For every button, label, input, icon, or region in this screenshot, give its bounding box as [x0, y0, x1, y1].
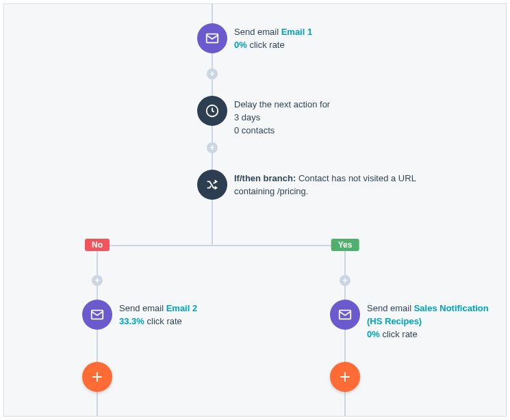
delay-line2: 3 days [234, 111, 330, 124]
add-action-button[interactable]: + [82, 362, 112, 392]
stat-label: click rate [247, 40, 285, 50]
delay-line3: 0 contacts [234, 124, 330, 137]
branch-badge-yes: Yes [331, 239, 359, 251]
add-step-dot[interactable]: + [207, 68, 218, 79]
branch-badge-no: No [85, 239, 110, 251]
email-node-2[interactable]: Send email Email 2 33.3% click rate [82, 300, 197, 330]
email-link[interactable]: Email 1 [281, 27, 313, 37]
stat-value: 0% [234, 40, 247, 50]
branch-node[interactable]: If/then branch: Contact has not visited … [197, 170, 419, 200]
stat-value: 33.3% [119, 316, 144, 326]
connector-line [97, 245, 346, 246]
stat-label: click rate [380, 329, 418, 339]
add-action-button[interactable]: + [330, 362, 360, 392]
action-label: Send email [234, 27, 281, 37]
stat-label: click rate [144, 316, 182, 326]
workflow-canvas[interactable]: + + + + Send email Email 1 0% click rate… [3, 3, 507, 417]
email-link[interactable]: Email 2 [166, 303, 198, 313]
delay-line1: Delay the next action for [234, 99, 330, 111]
email-node-3[interactable]: Send email Sales Notification (HS Recipe… [330, 300, 506, 341]
add-step-dot[interactable]: + [207, 142, 218, 153]
clock-icon [197, 96, 227, 126]
email-node-1[interactable]: Send email Email 1 0% click rate [197, 23, 312, 53]
node-text: If/then branch: Contact has not visited … [234, 170, 419, 198]
add-step-dot[interactable]: + [92, 275, 103, 286]
email-icon [197, 23, 227, 53]
action-label: Send email [119, 303, 166, 313]
email-icon [82, 300, 112, 330]
node-text: Send email Sales Notification (HS Recipe… [367, 300, 506, 341]
node-text: Send email Email 1 0% click rate [234, 23, 312, 52]
stat-value: 0% [367, 329, 380, 339]
add-step-dot[interactable]: + [340, 275, 350, 286]
delay-node[interactable]: Delay the next action for 3 days 0 conta… [197, 96, 330, 137]
node-text: Delay the next action for 3 days 0 conta… [234, 96, 330, 137]
branch-label: If/then branch: [234, 173, 296, 183]
action-label: Send email [367, 303, 414, 313]
node-text: Send email Email 2 33.3% click rate [119, 300, 197, 328]
email-icon [330, 300, 360, 330]
shuffle-icon [197, 170, 227, 200]
